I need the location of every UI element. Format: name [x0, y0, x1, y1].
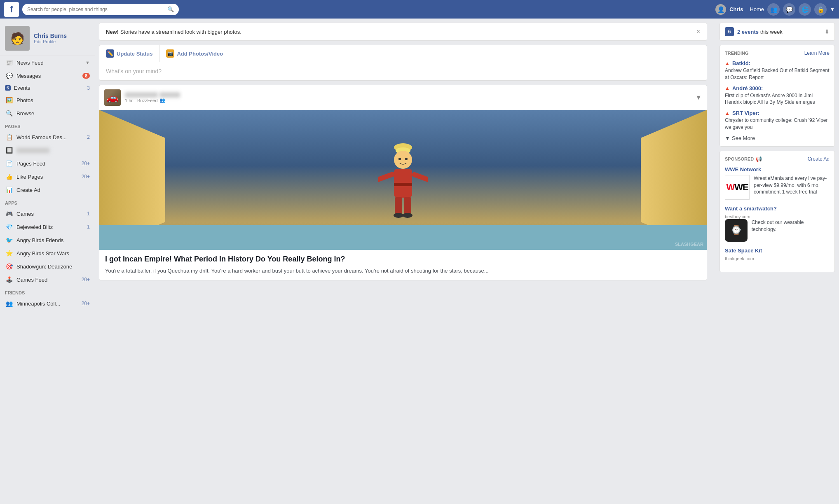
angry-birds-friends-icon: 🐦	[5, 236, 13, 244]
download-icon[interactable]: ⬇	[825, 28, 830, 35]
sponsor-wwe-name[interactable]: WWE Network	[725, 166, 830, 173]
lock-icon[interactable]: 🔒	[814, 3, 827, 16]
trending-item-srt-header: ▲ SRT Viper:	[725, 110, 830, 116]
like-pages-count: 20+	[82, 174, 90, 180]
see-more-label: See More	[732, 135, 755, 141]
sponsor-item-wwe: WWE Network WWE WrestleMania and every l…	[725, 166, 830, 200]
feed-item-1: 🚗 1 hr · BuzzFeed 👥 ▼	[99, 85, 707, 280]
feed-user-name-text	[125, 92, 158, 98]
sidebar-item-world-famous[interactable]: 📋 World Famous Des... 2	[0, 131, 95, 144]
wwe-logo: WWE	[725, 175, 750, 200]
news-feed-arrow: ▼	[85, 60, 90, 65]
add-photos-tab[interactable]: 📷 Add Photos/Video	[159, 45, 230, 62]
sidebar-item-angry-birds-star-wars[interactable]: ⭐ Angry Birds Star Wars	[0, 247, 95, 260]
blurred-page-name	[16, 148, 49, 153]
feed-image: SLASHGEAR	[99, 110, 707, 250]
world-famous-label: World Famous Des...	[16, 134, 87, 140]
feed-source: BuzzFeed	[137, 98, 158, 103]
sidebar-item-blurred-page[interactable]: 🔲	[0, 144, 95, 157]
events-text: 2 events this week	[737, 29, 783, 35]
sidebar-item-photos[interactable]: 🖼️ Photos	[0, 93, 95, 107]
sidebar-item-bejeweled[interactable]: 💎 Bejeweled Blitz 1	[0, 220, 95, 233]
globe-icon[interactable]: 🌐	[799, 3, 811, 16]
post-placeholder: What's on your mind?	[106, 68, 162, 75]
trending-name-3[interactable]: SRT Viper:	[732, 110, 759, 116]
feed-user-name	[125, 92, 695, 98]
browse-label: Browse	[16, 110, 90, 117]
edit-profile-link[interactable]: Edit Profile	[34, 39, 67, 44]
sidebar-item-events[interactable]: 6 Events 3	[0, 82, 95, 93]
svg-point-3	[398, 158, 401, 160]
sidebar-item-shadowgun[interactable]: 🎯 Shadowgun: Deadzone	[0, 260, 95, 273]
events-count: 3	[87, 85, 90, 91]
events-bar: 6 2 events this week ⬇	[719, 23, 835, 41]
search-bar[interactable]: 🔍	[22, 4, 179, 15]
trending-title: TRENDING	[725, 51, 748, 56]
browse-icon: 🔍	[5, 109, 13, 117]
trending-arrow-1: ▲	[725, 61, 730, 66]
create-ad-label: Create Ad	[16, 187, 90, 193]
post-input-area[interactable]: What's on your mind?	[99, 62, 707, 80]
update-status-tab[interactable]: ✏️ Update Status	[99, 45, 159, 62]
sponsored-title: SPONSORED	[725, 156, 754, 161]
messages-icon[interactable]: 💬	[783, 3, 795, 16]
minneapolis-label: Minneapolis Coll...	[16, 301, 82, 307]
nav-dropdown-button[interactable]: ▼	[830, 7, 835, 12]
profile-name[interactable]: Chris Burns	[34, 33, 67, 39]
main-layout: 🧑 Chris Burns Edit Profile 📰 News Feed ▼…	[0, 19, 839, 504]
feed-options-button[interactable]: ▼	[695, 94, 702, 101]
sidebar-item-browse[interactable]: 🔍 Browse	[0, 107, 95, 120]
sidebar-item-games-feed[interactable]: 🕹️ Games Feed 20+	[0, 273, 95, 286]
sponsor-smartwatch-site: bestbuy.com	[725, 214, 830, 219]
bejeweled-icon: 💎	[5, 223, 13, 231]
car-thumbnail: 🚗	[104, 89, 121, 106]
add-photos-label: Add Photos/Video	[177, 51, 223, 57]
update-status-label: Update Status	[117, 51, 152, 57]
sidebar-item-create-ad[interactable]: 📊 Create Ad	[0, 183, 95, 196]
search-input[interactable]	[27, 7, 167, 12]
see-more-trending-button[interactable]: ▼ See More	[725, 135, 830, 141]
character-wrapper	[378, 138, 428, 222]
sidebar-item-angry-birds-friends[interactable]: 🐦 Angry Birds Friends	[0, 233, 95, 247]
sidebar-item-messages[interactable]: 💬 Messages 8	[0, 69, 95, 82]
shadowgun-label: Shadowgun: Deadzone	[16, 264, 90, 270]
sponsor-smartwatch-name[interactable]: Want a smartwatch?	[725, 205, 830, 212]
trending-item-batkid: ▲ Batkid: Andrew Garfield Backed Out of …	[725, 60, 830, 81]
sponsor-smartwatch-content: ⌚ Check out our wearable technology.	[725, 219, 830, 242]
svg-rect-9	[395, 197, 402, 215]
sidebar-item-games[interactable]: 🎮 Games 1	[0, 207, 95, 220]
events-week-text: this week	[760, 29, 783, 35]
trending-name-1[interactable]: Batkid:	[732, 60, 750, 66]
feed-item-header: 🚗 1 hr · BuzzFeed 👥 ▼	[99, 85, 707, 110]
world-famous-icon: 📋	[5, 133, 13, 141]
nav-user-name[interactable]: Chris	[729, 6, 743, 12]
sponsor-safe-kit-name[interactable]: Safe Space Kit	[725, 247, 830, 254]
image-bg-floor	[99, 225, 707, 250]
character-svg	[378, 138, 428, 221]
banner-text: New! Stories have a streamlined look wit…	[106, 29, 696, 35]
events-label: Events	[14, 85, 87, 91]
sidebar-item-like-pages[interactable]: 👍 Like Pages 20+	[0, 170, 95, 183]
sidebar-item-pages-feed[interactable]: 📄 Pages Feed 20+	[0, 157, 95, 170]
trending-item-srt: ▲ SRT Viper: Chrysler to community colle…	[725, 110, 830, 131]
events-badge: 6	[725, 27, 734, 36]
sidebar-item-minneapolis[interactable]: 👥 Minneapolis Coll... 20+	[0, 297, 95, 310]
angry-birds-star-wars-icon: ⭐	[5, 249, 13, 257]
news-feed-label: News Feed	[16, 60, 85, 66]
trending-name-2[interactable]: André 3000:	[732, 85, 763, 91]
pages-feed-label: Pages Feed	[16, 161, 82, 167]
facebook-logo: f	[4, 2, 19, 17]
banner-bold: New!	[106, 29, 119, 35]
banner-close-button[interactable]: ×	[696, 28, 700, 35]
wwe-logo-text: WWE	[726, 182, 748, 193]
create-ad-link[interactable]: Create Ad	[808, 156, 830, 162]
sponsor-safe-kit-site: thinkgeek.com	[725, 256, 830, 261]
news-feed-icon: 📰	[5, 58, 13, 67]
profile-section: 🧑 Chris Burns Edit Profile	[0, 23, 95, 56]
friends-icon[interactable]: 👥	[767, 3, 780, 16]
feed-watermark: SLASHGEAR	[675, 242, 703, 247]
sidebar-item-news-feed[interactable]: 📰 News Feed ▼	[0, 56, 95, 69]
sponsor-item-smartwatch: Want a smartwatch? bestbuy.com ⌚ Check o…	[725, 205, 830, 242]
trending-learn-more[interactable]: Learn More	[804, 50, 830, 56]
nav-home-link[interactable]: Home	[750, 6, 764, 12]
